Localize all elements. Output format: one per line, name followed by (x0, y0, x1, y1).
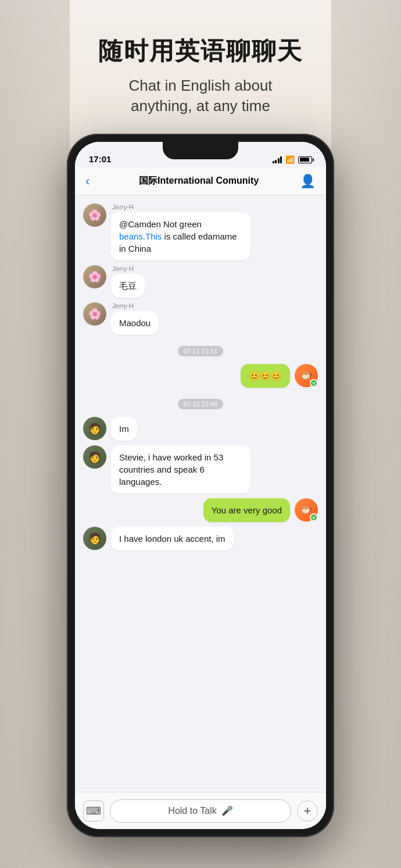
status-time: 17:01 (89, 154, 111, 164)
message-content: You are very good (203, 498, 290, 522)
message-content: 😊😊😊 (241, 364, 290, 388)
signal-icon (273, 156, 282, 163)
message-row: 🌸 Jerry·H 毛豆 (83, 265, 318, 298)
nav-bar: ‹ 国际International Comunity 👤 (75, 167, 326, 195)
avatar: 🌸 (83, 203, 106, 227)
hold-to-talk-button[interactable]: Hold to Talk 🎤 (110, 799, 291, 823)
avatar-container: 🐡 V (295, 364, 318, 387)
message-row: 🌸 Jerry·H @Camden Not green beans.This i… (83, 203, 318, 260)
phone-screen: 17:01 📶 ‹ 国际Internationa (75, 142, 326, 829)
avatar: 🌸 (83, 265, 106, 288)
message-content: Im (111, 417, 137, 441)
plus-icon: + (304, 803, 312, 819)
phone-wrapper: 17:01 📶 ‹ 国际Internationa (67, 134, 334, 837)
avatar-container: 🐡 V (295, 498, 318, 521)
hold-to-talk-label: Hold to Talk (168, 806, 216, 816)
message-row: 🐡 V You are very good (83, 498, 318, 522)
message-sender: Jerry·H (112, 265, 145, 272)
message-sender: Jerry·H (112, 302, 159, 309)
message-content: Stevie, i have worked in 53 countries an… (111, 445, 250, 494)
message-bubble: 毛豆 (111, 274, 145, 298)
message-content: Jerry·H 毛豆 (111, 265, 145, 298)
link-text: beans.This (119, 231, 162, 241)
back-button[interactable]: ‹ (85, 174, 89, 189)
avatar: 🧑 (83, 445, 106, 469)
message-bubble: I have london uk accent, im (111, 527, 234, 551)
person-icon[interactable]: 👤 (300, 174, 316, 189)
avatar: 🧑 (83, 417, 106, 440)
nav-title: 国际International Comunity (98, 175, 300, 187)
avatar-badge: V (310, 513, 318, 521)
phone-frame: 17:01 📶 ‹ 国际Internationa (67, 134, 334, 837)
chat-area[interactable]: 🌸 Jerry·H @Camden Not green beans.This i… (75, 195, 326, 792)
timestamp-badge: 07-11 21:11 (83, 345, 318, 356)
notch (163, 142, 238, 159)
message-bubble: You are very good (203, 498, 290, 522)
header-subtitle-en: Chat in English aboutanything, at any ti… (0, 76, 401, 116)
avatar: 🌸 (83, 302, 106, 326)
message-bubble: Stevie, i have worked in 53 countries an… (111, 445, 250, 494)
message-row: 🧑 Stevie, i have worked in 53 countries … (83, 445, 318, 494)
avatar: 🧑 (83, 527, 106, 550)
message-content: Jerry·H Maodou (111, 302, 159, 335)
keyboard-icon: ⌨ (86, 805, 101, 817)
header-area: 随时用英语聊聊天 Chat in English aboutanything, … (0, 35, 401, 116)
mic-icon: 🎤 (221, 805, 233, 816)
timestamp-text: 07-11 21:11 (178, 346, 224, 356)
message-content: Jerry·H @Camden Not green beans.This is … (111, 203, 250, 260)
battery-icon (298, 156, 312, 163)
message-content: I have london uk accent, im (111, 527, 234, 551)
header-title-cn: 随时用英语聊聊天 (0, 35, 401, 67)
message-bubble: Maodou (111, 311, 159, 335)
message-row: 🧑 Im (83, 417, 318, 441)
input-bar: ⌨ Hold to Talk 🎤 + (75, 792, 326, 829)
timestamp-text: 07-12 22:46 (178, 399, 224, 409)
message-row: 🌸 Jerry·H Maodou (83, 302, 318, 335)
message-bubble: 😊😊😊 (241, 364, 290, 388)
timestamp-badge: 07-12 22:46 (83, 398, 318, 409)
message-bubble: Im (111, 417, 137, 441)
plus-button[interactable]: + (297, 801, 318, 821)
avatar-badge: V (310, 379, 318, 387)
status-icons: 📶 (273, 155, 313, 164)
wifi-icon: 📶 (285, 155, 295, 164)
message-sender: Jerry·H (112, 203, 250, 210)
message-row: 🐡 V 😊😊😊 (83, 364, 318, 388)
message-row: 🧑 I have london uk accent, im (83, 527, 318, 551)
message-bubble: @Camden Not green beans.This is called e… (111, 212, 250, 260)
keyboard-button[interactable]: ⌨ (83, 801, 104, 821)
status-bar: 17:01 📶 (75, 142, 326, 167)
